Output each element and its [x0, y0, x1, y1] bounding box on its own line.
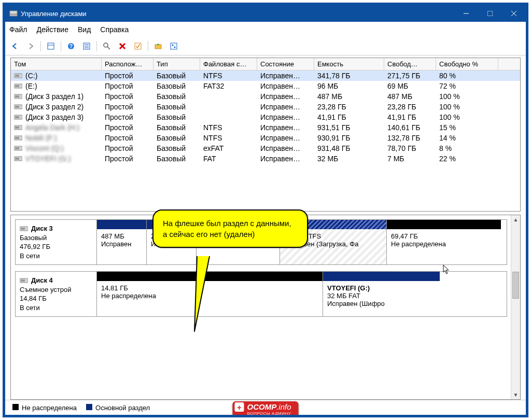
check-icon[interactable] — [131, 39, 145, 53]
svg-rect-0 — [10, 11, 17, 14]
annotation-callout: На флешке был раздел с данными, а сейчас… — [152, 209, 308, 248]
svg-text:?: ? — [69, 44, 73, 49]
svg-line-15 — [107, 47, 110, 49]
table-row[interactable]: (C:)ПростойБазовыйNTFSИсправен…341,78 ГБ… — [11, 71, 520, 81]
svg-point-21 — [172, 45, 174, 46]
show-hide-icon[interactable] — [44, 39, 58, 53]
minimize-button[interactable] — [454, 5, 478, 22]
svg-rect-38 — [15, 147, 19, 149]
scroll-up-icon[interactable]: ▲ — [511, 215, 520, 224]
svg-rect-34 — [15, 127, 19, 129]
help-icon[interactable]: ? — [64, 39, 78, 53]
col-freepct[interactable]: Свободно % — [436, 58, 498, 70]
partition[interactable]: 487 МБИсправен — [97, 220, 147, 264]
svg-rect-3 — [487, 11, 493, 16]
svg-rect-44 — [21, 279, 25, 282]
partition[interactable]: VTOYEFI (G:)32 МБ FATИсправен (Шифро — [323, 272, 440, 316]
svg-point-22 — [174, 47, 176, 48]
scroll-down-icon[interactable]: ▼ — [511, 390, 520, 399]
col-type[interactable]: Тип — [153, 58, 200, 70]
col-layout[interactable]: Располож… — [102, 58, 153, 70]
table-row[interactable]: VTOYEFI (G:)ПростойБазовыйFATИсправен…32… — [11, 153, 520, 164]
column-headers[interactable]: Том Располож… Тип Файловая с… Состояние … — [11, 58, 520, 71]
forward-icon[interactable] — [24, 39, 37, 53]
menu-file[interactable]: Файл — [9, 25, 27, 34]
legend-primary: Основной раздел — [86, 404, 150, 412]
app-icon — [9, 9, 18, 18]
table-row[interactable]: (E:)ПростойБазовыйFAT32Исправен…96 МБ69 … — [11, 81, 520, 91]
close-button[interactable] — [502, 5, 526, 22]
svg-rect-24 — [15, 75, 19, 77]
menu-action[interactable]: Действие — [36, 25, 68, 34]
delete-icon[interactable] — [116, 39, 129, 53]
col-capacity[interactable]: Емкость — [314, 58, 384, 70]
svg-rect-1 — [10, 14, 17, 16]
window-titlebar: Управление дисками — [5, 5, 526, 22]
folder-up-icon[interactable] — [151, 39, 165, 53]
settings-icon[interactable] — [167, 39, 180, 53]
svg-rect-36 — [15, 137, 19, 139]
svg-rect-40 — [15, 158, 19, 160]
disk-row: Диск 4 Съемное устрой14,84 ГБВ сети 14,8… — [15, 271, 507, 317]
svg-rect-32 — [15, 116, 19, 118]
properties-icon[interactable] — [80, 39, 93, 53]
svg-rect-28 — [15, 95, 19, 97]
svg-rect-20 — [171, 43, 177, 49]
col-status[interactable]: Состояние — [257, 58, 314, 70]
menu-view[interactable]: Вид — [78, 25, 91, 34]
col-fs[interactable]: Файловая с… — [200, 58, 257, 70]
toolbar: ? — [5, 37, 526, 55]
svg-rect-19 — [155, 45, 161, 49]
menu-help[interactable]: Справка — [100, 25, 129, 34]
disk-label[interactable]: Диск 4 Съемное устрой14,84 ГБВ сети — [15, 271, 97, 317]
window-title: Управление дисками — [21, 10, 454, 18]
svg-rect-6 — [48, 43, 54, 49]
table-row[interactable]: (Диск 3 раздел 3)ПростойБазовыйИсправен…… — [11, 112, 520, 122]
table-row[interactable]: Nobili (F:)ПростойБазовыйNTFSИсправен…93… — [11, 133, 520, 143]
svg-point-14 — [104, 43, 108, 47]
maximize-button[interactable] — [478, 5, 502, 22]
svg-rect-42 — [21, 228, 25, 230]
cursor-icon — [443, 264, 450, 275]
scrollbar[interactable]: ▲ ▼ — [511, 215, 520, 399]
back-icon[interactable] — [8, 39, 22, 53]
table-row[interactable]: (Диск 3 раздел 2)ПростойБазовыйИсправен…… — [11, 102, 520, 112]
search-icon[interactable] — [100, 39, 114, 53]
table-row[interactable]: (Диск 3 раздел 1)ПростойБазовыйИсправен…… — [11, 91, 520, 102]
svg-rect-18 — [135, 43, 141, 49]
legend-unallocated: Не распределена — [12, 404, 77, 412]
col-free[interactable]: Свобод… — [384, 58, 436, 70]
volume-list[interactable]: Том Располож… Тип Файловая с… Состояние … — [10, 58, 521, 212]
table-row[interactable]: Angela Dark (H:)ПростойБазовыйNTFSИсправ… — [11, 122, 520, 133]
disk-label[interactable]: Диск 3 Базовый476,92 ГБВ сети — [15, 219, 97, 265]
watermark: + OCOMP.info ВОПРОСЫ АДМИНУ — [232, 401, 298, 417]
partition[interactable]: 69,47 ГБНе распределена — [387, 220, 501, 264]
svg-rect-30 — [15, 106, 19, 108]
scroll-thumb[interactable] — [512, 272, 519, 299]
menu-bar: Файл Действие Вид Справка — [5, 22, 526, 37]
svg-rect-26 — [15, 85, 19, 87]
col-volume[interactable]: Том — [11, 58, 102, 70]
table-row[interactable]: Viscont (Q:)ПростойБазовыйexFATИсправен…… — [11, 143, 520, 153]
